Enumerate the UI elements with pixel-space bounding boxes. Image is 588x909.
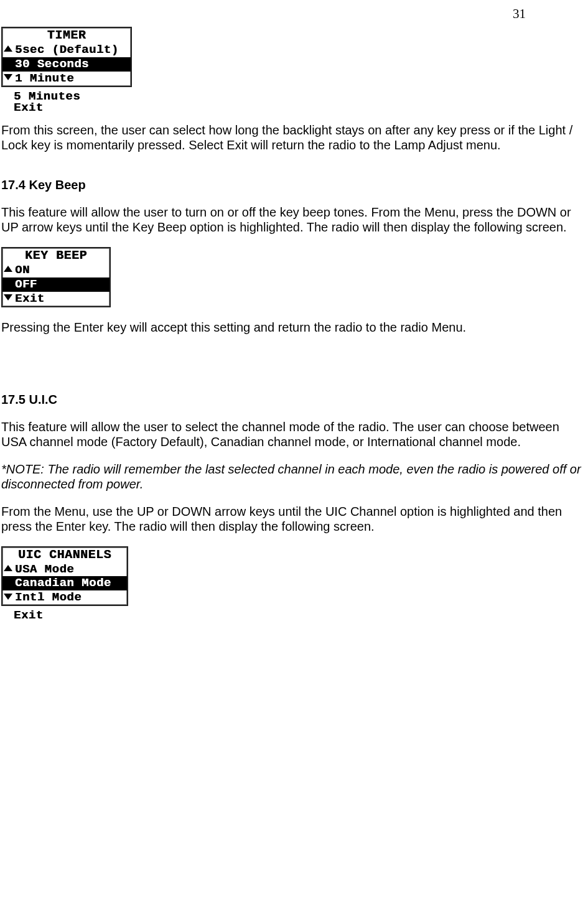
lcd-screen-uic: UIC CHANNELS USA Mode Canadian Mode Intl… bbox=[1, 546, 128, 606]
lcd-overflow-row: Exit bbox=[0, 101, 588, 115]
lcd-row-selected: Canadian Mode bbox=[2, 576, 127, 590]
arrow-up-icon bbox=[4, 45, 12, 52]
paragraph: This feature will allow the user to sele… bbox=[1, 419, 587, 449]
lcd-row: 1 Minute bbox=[2, 72, 131, 86]
paragraph: From the Menu, use the UP or DOWN arrow … bbox=[1, 504, 587, 534]
page-number: 31 bbox=[0, 0, 588, 22]
lcd-row: Exit bbox=[2, 292, 110, 306]
arrow-down-icon bbox=[4, 594, 12, 600]
lcd-row-selected: 30 Seconds bbox=[2, 57, 131, 72]
arrow-up-icon bbox=[4, 565, 12, 571]
lcd-title: UIC CHANNELS bbox=[2, 548, 127, 562]
lcd-screen-keybeep: KEY BEEP ON OFF Exit bbox=[1, 247, 111, 307]
lcd-row: 5sec (Default) bbox=[2, 43, 131, 57]
section-heading-17-4: 17.4 Key Beep bbox=[1, 177, 587, 192]
note-paragraph: *NOTE: The radio will remember the last … bbox=[1, 462, 587, 492]
paragraph: This feature will allow the user to turn… bbox=[1, 205, 587, 235]
lcd-title: TIMER bbox=[2, 28, 131, 43]
arrow-up-icon bbox=[4, 266, 12, 272]
lcd-overflow-row: Exit bbox=[0, 608, 588, 623]
arrow-down-icon bbox=[4, 294, 12, 301]
arrow-down-icon bbox=[4, 74, 12, 80]
paragraph: From this screen, the user can select ho… bbox=[1, 123, 587, 152]
lcd-row: USA Mode bbox=[2, 562, 127, 577]
lcd-row: ON bbox=[2, 263, 110, 277]
lcd-row-selected: OFF bbox=[2, 277, 110, 292]
paragraph: Pressing the Enter key will accept this … bbox=[1, 320, 587, 335]
lcd-title: KEY BEEP bbox=[2, 248, 110, 263]
lcd-row: Intl Mode bbox=[2, 590, 127, 605]
section-heading-17-5: 17.5 U.I.C bbox=[1, 392, 587, 407]
lcd-screen-timer: TIMER 5sec (Default) 30 Seconds 1 Minute bbox=[1, 27, 132, 86]
